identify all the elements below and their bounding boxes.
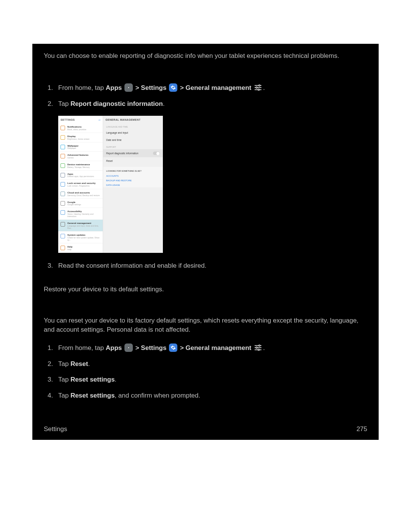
steps-list-1b: Read the consent information and enable … <box>44 261 367 270</box>
link[interactable]: BACKUP AND RESTORE <box>103 178 163 183</box>
sidebar-item[interactable]: WallpaperWallpaper <box>58 142 103 152</box>
content-block: You can choose to enable reporting of di… <box>32 44 379 440</box>
footer: Settings 275 <box>44 425 367 433</box>
steps-list-1: From home, tap Apps > Settings > General… <box>44 83 367 109</box>
sidebar-list: NotificationsBlock, allow, prioritize Di… <box>58 123 103 253</box>
sidebar-item[interactable]: AccessibilityVision, Hearing, Dexterity … <box>58 208 103 219</box>
menu-item[interactable]: Reset <box>103 157 163 165</box>
step-b4: Tap Reset settings, and confirm when pro… <box>58 391 367 400</box>
svg-point-3 <box>256 87 258 88</box>
sidebar-item[interactable]: Cloud and accountsSamsung Cloud, Backup … <box>58 189 103 198</box>
sidebar-item[interactable]: Advanced featuresGames <box>58 151 103 161</box>
search-icon[interactable]: ⌕ <box>99 118 100 121</box>
apps-icon <box>124 83 133 92</box>
steps-list-2: From home, tap Apps > Settings > General… <box>44 343 367 400</box>
toggle-switch[interactable] <box>153 152 160 155</box>
svg-point-9 <box>256 347 258 348</box>
link[interactable]: DATA USAGE <box>103 183 163 187</box>
reset-para: You can reset your device to its factory… <box>44 316 367 334</box>
section-intro: You can choose to enable reporting of di… <box>44 51 367 61</box>
svg-point-1 <box>259 85 260 86</box>
svg-point-5 <box>258 89 260 91</box>
reset-desc: Restore your device to its default setti… <box>44 286 367 293</box>
footer-section: Settings <box>44 425 67 433</box>
menu-item[interactable]: Date and time <box>103 136 163 144</box>
general-management-icon <box>254 83 262 92</box>
sidebar-item[interactable]: Device maintenanceBattery, Storage, Memo… <box>58 161 103 170</box>
sidebar-item[interactable]: Lock screen and securityLock screen, Fin… <box>58 179 103 189</box>
svg-point-11 <box>258 349 260 351</box>
sidebar-item-selected[interactable]: General managementLanguage and input, Da… <box>58 219 103 231</box>
general-management-icon <box>254 343 262 352</box>
settings-screenshot: SETTINGS ⌕ NotificationsBlock, allow, pr… <box>58 116 163 253</box>
apps-icon <box>124 343 133 352</box>
sidebar-item[interactable]: System updatesCheck for new system updat… <box>58 231 103 243</box>
step-3: Read the consent information and enable … <box>58 261 367 270</box>
page: You can choose to enable reporting of di… <box>0 0 411 532</box>
sidebar-item[interactable]: DisplayBrightness, Home screen <box>58 133 103 142</box>
step-b3: Tap Reset settings. <box>58 375 367 384</box>
main-header: GENERAL MANAGEMENT <box>103 116 163 123</box>
screenshot-sidebar: SETTINGS ⌕ NotificationsBlock, allow, pr… <box>58 116 103 253</box>
menu-item[interactable]: Language and input <box>103 129 163 136</box>
step-b1: From home, tap Apps > Settings > General… <box>58 343 367 353</box>
sidebar-item[interactable]: HelpHelp <box>58 243 103 252</box>
settings-icon <box>169 343 177 352</box>
link[interactable]: ACCOUNTS <box>103 174 163 178</box>
page-number: 275 <box>357 425 367 433</box>
sidebar-header: SETTINGS ⌕ <box>58 116 103 123</box>
sidebar-item[interactable]: NotificationsBlock, allow, prioritize <box>58 123 103 133</box>
step-1: From home, tap Apps > Settings > General… <box>58 83 367 93</box>
svg-point-7 <box>259 345 260 347</box>
sidebar-item[interactable]: About tablet <box>58 252 103 253</box>
step-b2: Tap Reset. <box>58 359 367 369</box>
menu-item-report[interactable]: Report diagnostic information <box>103 149 163 157</box>
sidebar-item[interactable]: AppsDefault apps, App permissions <box>58 170 103 180</box>
settings-icon <box>169 83 177 92</box>
step-2: Tap Report diagnostic information. <box>58 99 367 109</box>
sidebar-item[interactable]: GoogleGoogle settings <box>58 198 103 208</box>
screenshot-main: GENERAL MANAGEMENT LANGUAGE AND TIME Lan… <box>103 116 163 253</box>
